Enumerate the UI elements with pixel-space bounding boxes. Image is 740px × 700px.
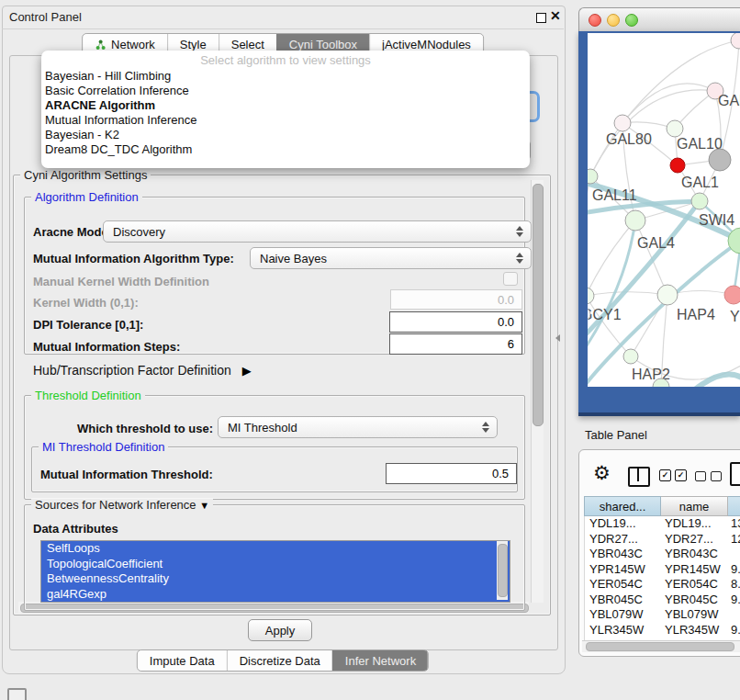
mi-steps-field[interactable]: 6 — [389, 333, 522, 355]
data-attributes-list[interactable]: SelfLoopsTopologicalCoefficientBetweenne… — [40, 540, 510, 603]
float-panel-icon[interactable] — [536, 13, 546, 23]
table-row[interactable]: YBR043CYBR043C — [585, 547, 740, 562]
table-row[interactable]: YDL19...YDL19...13 — [585, 516, 740, 532]
table-row[interactable]: YPR145WYPR145W9. — [585, 562, 740, 578]
select-all-columns-icon[interactable]: ✓ ✓ — [659, 469, 687, 481]
attribute-item[interactable]: TopologicalCoefficient — [41, 557, 510, 572]
network-node-gray-node[interactable] — [709, 149, 731, 171]
deselect-all-columns-icon[interactable] — [695, 471, 722, 481]
apply-button[interactable]: Apply — [248, 619, 312, 641]
mi-threshold-field[interactable]: 0.5 — [386, 463, 517, 484]
network-icon — [95, 39, 107, 51]
attribute-item[interactable]: BetweennessCentrality — [41, 571, 510, 587]
split-pane-collapse-arrow[interactable] — [555, 334, 560, 342]
network-edge — [690, 375, 740, 387]
table-row[interactable]: YDR27...YDR27...12 — [585, 532, 740, 548]
network-node-GAL1[interactable] — [691, 193, 708, 209]
network-node-top-partial[interactable] — [731, 33, 740, 49]
tab-discretize-data[interactable]: Discretize Data — [227, 650, 332, 671]
manual-kernel-width-checkbox[interactable] — [503, 272, 518, 286]
attributes-list-scrollbar-thumb[interactable] — [498, 544, 508, 597]
manual-kernel-width-label: Manual Kernel Width Definition — [33, 275, 209, 288]
network-node-HAP2[interactable] — [623, 349, 638, 364]
dropdown-item[interactable]: ARACNE Algorithm — [41, 98, 530, 113]
tab-label: jActiveMNodules — [382, 38, 471, 51]
table-cell: YBR043C — [585, 547, 660, 562]
tab-impute-data[interactable]: Impute Data — [138, 650, 227, 671]
close-window-icon[interactable] — [589, 14, 601, 27]
which-threshold-value: MI Threshold — [228, 421, 297, 435]
table-cell: YBR045C — [660, 593, 726, 608]
mi-algorithm-type-select[interactable]: Naive Bayes — [250, 247, 532, 269]
attribute-item[interactable]: SelfLoops — [41, 541, 510, 557]
window-traffic-lights — [589, 14, 638, 27]
tab-infer-network[interactable]: Infer Network — [332, 650, 428, 671]
node-label: Y — [730, 309, 740, 324]
dropdown-item[interactable]: Mutual Information Inference — [41, 113, 530, 128]
checked-box-icon: ✓ — [659, 469, 671, 481]
hub-definition-expander[interactable]: Hub/Transcription Factor Definition ▶ — [33, 363, 252, 378]
column-header[interactable]: name — [661, 496, 728, 516]
algorithm-definition-title: Algorithm Definition — [31, 191, 142, 203]
table-cell: YDL19... — [585, 516, 660, 532]
which-threshold-select[interactable]: MI Threshold — [218, 416, 498, 438]
table-cell: YER054C — [585, 577, 660, 593]
hub-definition-label: Hub/Transcription Factor Definition — [33, 363, 231, 378]
table-cell: YPR145W — [660, 562, 726, 578]
table-row[interactable]: YER054CYER054C8. — [585, 577, 740, 593]
unchecked-box-icon — [695, 471, 706, 481]
network-node-GAL10[interactable] — [667, 120, 683, 137]
table-row[interactable]: YBR045CYBR045C9. — [585, 593, 740, 608]
network-node-red-node[interactable] — [670, 158, 685, 173]
which-threshold-label: Which threshold to use: — [77, 422, 213, 435]
threshold-definition-title: Threshold Definition — [31, 390, 145, 401]
settings-vertical-scrollbar-thumb[interactable] — [533, 184, 544, 426]
node-label: GAL1 — [681, 175, 719, 190]
network-node-GAL4[interactable] — [625, 210, 645, 231]
tab-label: Infer Network — [345, 654, 416, 668]
node-label: HAP4 — [677, 307, 715, 322]
document-icon[interactable] — [730, 462, 740, 486]
aracne-mode-select[interactable]: Discovery — [103, 220, 532, 243]
dpi-tolerance-field[interactable]: 0.0 — [389, 311, 522, 333]
dropdown-item[interactable]: Basic Correlation Inference — [41, 84, 530, 98]
table-cell: YBR045C — [585, 593, 660, 608]
dropdown-item[interactable]: Bayesian - K2 — [41, 128, 530, 142]
dpi-tolerance-value: 0.0 — [498, 315, 514, 329]
minimize-window-icon[interactable] — [607, 14, 620, 27]
mi-threshold-group-title: MI Threshold Definition — [39, 441, 168, 453]
node-label: SWI4 — [699, 212, 734, 228]
network-node-GCY1[interactable] — [588, 288, 594, 304]
table-header-row: shared...nameA — [584, 496, 740, 516]
table-cell: 8. — [726, 577, 740, 593]
kernel-width-label: Kernel Width (0,1): — [33, 296, 139, 310]
split-view-icon[interactable] — [628, 467, 650, 487]
spinner-arrows-icon — [482, 422, 489, 433]
control-panel-titlebar — [2, 6, 564, 29]
attribute-item[interactable]: gal4RGexp — [41, 587, 510, 603]
network-node-HAP4[interactable] — [657, 285, 678, 305]
table-row[interactable]: YLR345WYLR345W9. — [585, 623, 740, 638]
kernel-width-value: 0.0 — [498, 293, 514, 307]
column-header[interactable]: A — [728, 496, 740, 516]
column-header[interactable]: shared... — [584, 496, 661, 516]
zoom-window-icon[interactable] — [625, 14, 638, 27]
dropdown-item[interactable]: Dream8 DC_TDC Algorithm — [41, 142, 530, 157]
minimized-panel-icon[interactable] — [7, 688, 27, 700]
table-row[interactable]: YBL079WYBL079W — [585, 607, 740, 623]
network-node-GAL80[interactable] — [614, 115, 631, 131]
gear-icon[interactable]: ⚙ — [593, 462, 611, 484]
network-canvas[interactable]: GALGAL80GAL10GAL11GAL1SWI4GAL4GCY1HAP4YH… — [588, 33, 740, 387]
network-node-salmon-node[interactable] — [724, 286, 740, 304]
kernel-width-field[interactable]: 0.0 — [390, 289, 522, 310]
table-cell: YBR043C — [660, 547, 726, 562]
sources-group-title[interactable]: Sources for Network Inference ▼ — [31, 499, 213, 512]
node-label: GAL80 — [606, 131, 652, 147]
close-icon[interactable]: ✕ — [550, 8, 561, 23]
network-node-GAL11[interactable] — [588, 169, 598, 184]
dropdown-item[interactable]: Bayesian - Hill Climbing — [41, 69, 530, 84]
table-cell — [726, 547, 740, 562]
table-horizontal-scrollbar-thumb[interactable] — [586, 642, 734, 651]
tab-label: Select — [231, 38, 264, 51]
table-cell — [726, 607, 740, 623]
